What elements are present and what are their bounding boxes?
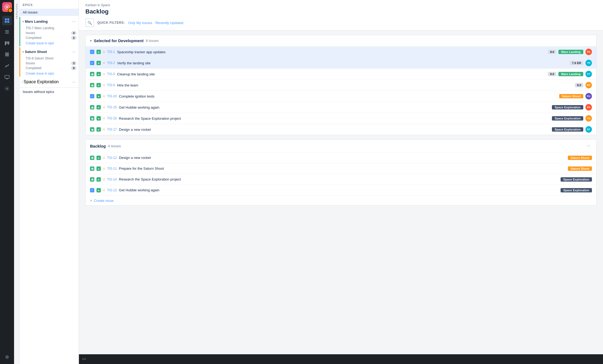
epic-saturn-more-button[interactable]: ··· <box>71 49 76 54</box>
gear-icon[interactable]: ⚙ <box>2 352 12 362</box>
issue-title-tis16: Research the Space Exploration project <box>119 116 550 121</box>
backlog-icon[interactable] <box>2 50 12 59</box>
issue-checkbox-tis15[interactable]: ▣ <box>90 105 94 109</box>
plus-icon: + <box>90 198 92 203</box>
issue-checkbox-tis14[interactable]: ▣ <box>90 177 94 182</box>
avatar-tis10: PU <box>585 93 592 99</box>
section-chevron-down: ▾ <box>90 39 92 43</box>
monitor-icon[interactable] <box>2 72 12 82</box>
issue-id-tis10[interactable]: TIS-10 <box>107 94 117 98</box>
backlog-section-count: 4 issues <box>108 144 121 148</box>
avatar-tis2: TR <box>585 60 592 66</box>
list-icon[interactable] <box>2 27 12 37</box>
issue-checkbox-tis16[interactable]: ▣ <box>90 116 94 121</box>
issue-id-tis11[interactable]: TIS-11 <box>107 167 117 171</box>
svg-rect-3 <box>7 18 9 20</box>
issue-checkbox-tis17[interactable]: ▣ <box>90 127 94 132</box>
issue-checkbox-tis12[interactable]: ▣ <box>90 156 94 160</box>
issue-right-tis16: Space Exploration YU <box>552 115 592 122</box>
issue-checkbox-tis2[interactable]: ✓ <box>90 61 94 65</box>
svg-rect-14 <box>5 55 9 56</box>
epic-badge-tis5[interactable]: Mars Landing <box>558 72 583 76</box>
table-row: ▣ ▲ ≡ TIS-12 Design a new rocket Saturn … <box>86 152 596 163</box>
filter-recently-updated[interactable]: Recently Updated <box>155 21 183 25</box>
issue-id-tis15[interactable]: TIS-15 <box>107 105 117 109</box>
epic-badge-tis16[interactable]: Space Exploration <box>552 116 583 121</box>
svg-point-17 <box>6 88 8 89</box>
create-issue-label: Create issue <box>94 199 114 203</box>
space-exploration-more-button[interactable]: ··· <box>71 79 76 85</box>
issue-id-tis5[interactable]: TIS-5 <box>107 72 115 76</box>
expand-icon[interactable]: >> <box>82 357 86 361</box>
issue-right-tis13: Space Exploration <box>561 188 592 192</box>
epic-saturn-shoot-header[interactable]: ▾ Saturn Shoot ··· <box>20 47 79 56</box>
epic-badge-tis14[interactable]: Space Exploration <box>561 177 592 182</box>
space-exploration-item[interactable]: › Space Exploration ··· <box>19 78 79 86</box>
quick-filters-label: QUICK FILTERS: <box>97 21 125 25</box>
issue-checkbox-tis13[interactable]: ✓ <box>90 188 94 192</box>
board-icon[interactable] <box>2 38 12 48</box>
issue-right-tis5: 8.0 Mars Landing CT <box>548 71 592 77</box>
selected-section-header[interactable]: ▾ Selected for Development 8 issues <box>86 35 596 46</box>
epic-mars-more-button[interactable]: ··· <box>71 19 76 24</box>
priority-icon: ≡ <box>103 156 105 160</box>
filter-only-my-issues[interactable]: Only My Issues <box>128 21 152 25</box>
table-row: ▣ ▲ ≡ TIS-5 Cleanup the landing site 8.0… <box>86 68 596 79</box>
reports-icon[interactable] <box>2 61 12 71</box>
epic-badge-tis17[interactable]: Space Exploration <box>552 127 583 132</box>
issue-right-tis15: Space Exploration RS <box>552 104 592 111</box>
issue-id-tis1[interactable]: TIS-1 <box>107 50 115 54</box>
backlog-more-button[interactable]: ··· <box>585 143 592 149</box>
top-header: Kanban in Space Backlog 🔍 QUICK FILTERS:… <box>79 0 603 31</box>
issue-checkbox-tis10[interactable]: ✓ <box>90 94 94 98</box>
story-points-tis1: 8.0 <box>548 50 556 54</box>
all-issues-item[interactable]: All issues <box>19 9 79 16</box>
epic-badge-tis10[interactable]: Saturn Shoot <box>559 94 583 98</box>
dashboard-icon[interactable] <box>2 16 12 25</box>
issue-id-tis2[interactable]: TIS-2 <box>107 61 115 65</box>
app-logo[interactable] <box>2 2 12 12</box>
create-issue-saturn-link[interactable]: Create issue in epic <box>20 71 79 76</box>
table-row: ✓ ▲ ≡ TIS-2 Verify the landing site 7.6 … <box>86 57 596 68</box>
issue-title-tis5: Cleanup the landing site <box>117 72 546 76</box>
issue-checkbox-tis5[interactable]: ▣ <box>90 72 94 76</box>
epic-mars-landing-header[interactable]: ▾ Mars Landing ··· <box>20 17 79 26</box>
issue-id-tis14[interactable]: TIS-14 <box>107 178 117 181</box>
issue-type-icon: ▲ <box>96 116 101 121</box>
table-row: ▣ ▲ ≡ TIS-11 Prepare for the Saturn Shoo… <box>86 163 596 174</box>
table-row: ✓ ▲ ≡ TIS-1 Spaceship tracker app update… <box>86 46 596 57</box>
epic-mars-issues-stat: Issues 4 <box>20 31 79 35</box>
issue-id-tis12[interactable]: TIS-12 <box>107 156 117 160</box>
epic-badge-tis15[interactable]: Space Exploration <box>552 105 583 109</box>
avatar-tis5: CT <box>585 71 592 77</box>
backlog-section-header[interactable]: Backlog 4 issues ··· <box>86 140 596 152</box>
svg-rect-15 <box>5 75 9 78</box>
issue-id-tis16[interactable]: TIS-16 <box>107 116 117 120</box>
create-issue-button[interactable]: + Create issue <box>86 195 596 205</box>
create-issue-mars-link[interactable]: Create issue in epic <box>20 40 79 46</box>
epic-badge-tis1[interactable]: Mars Landing <box>558 50 583 54</box>
priority-icon: ≡ <box>103 178 105 181</box>
epic-saturn-issues-stat: Issues 3 <box>20 61 79 66</box>
issue-checkbox-tis11[interactable]: ▣ <box>90 166 94 171</box>
issue-checkbox-tis6[interactable]: ▣ <box>90 83 94 87</box>
issue-title-tis15: Get Hubble working again <box>119 105 550 109</box>
epic-saturn-sub-id[interactable]: TIS-8 Saturn Shoot <box>20 56 79 61</box>
issue-id-tis17[interactable]: TIS-17 <box>107 128 117 131</box>
epic-badge-tis11[interactable]: Saturn Shoot <box>568 166 592 171</box>
issue-id-tis6[interactable]: TIS-6 <box>107 83 115 87</box>
epic-mars-sub-id[interactable]: TIS-7 Mars Landing <box>20 26 79 31</box>
search-button[interactable]: 🔍 <box>85 18 94 27</box>
epic-mars-landing: ▾ Mars Landing ··· TIS-7 Mars Landing Is… <box>19 17 79 46</box>
epic-badge-tis12[interactable]: Saturn Shoot <box>568 156 592 160</box>
issue-id-tis13[interactable]: TIS-13 <box>107 188 117 192</box>
issue-right-tis11: Saturn Shoot <box>568 166 592 171</box>
table-row: ▣ ▲ ≡ TIS-6 Hire the team 8.0 MY <box>86 79 596 91</box>
settings-icon-nav[interactable] <box>2 84 12 93</box>
issues-without-epics-item[interactable]: Issues without epics <box>19 87 79 96</box>
epic-badge-tis13[interactable]: Space Exploration <box>561 188 592 192</box>
issue-checkbox-tis1[interactable]: ✓ <box>90 50 94 54</box>
priority-icon: ≡ <box>103 116 105 120</box>
svg-point-1 <box>6 6 8 8</box>
versions-label[interactable]: VERSIONS <box>15 3 18 19</box>
